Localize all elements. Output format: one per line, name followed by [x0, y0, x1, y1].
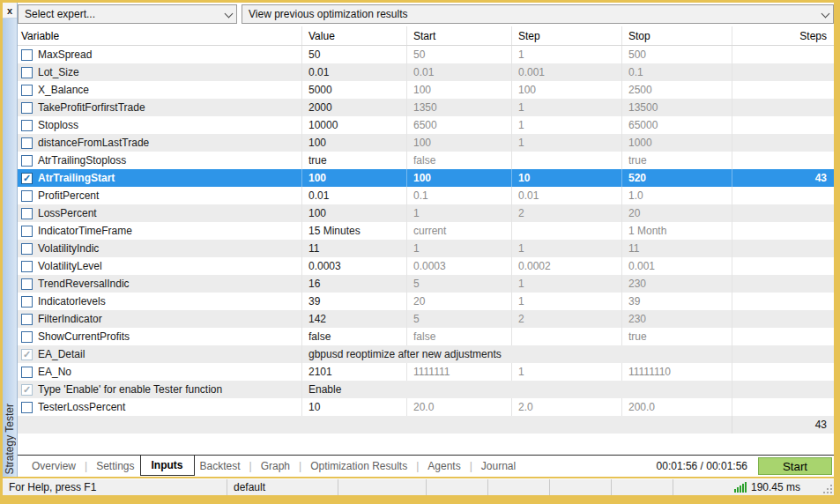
step-cell[interactable]: 1 — [511, 363, 621, 381]
tab-overview[interactable]: Overview — [26, 460, 81, 472]
stop-cell[interactable]: 230 — [621, 310, 732, 328]
start-cell[interactable]: 100 — [406, 81, 511, 99]
row-checkbox[interactable] — [21, 278, 33, 290]
start-cell[interactable]: 100 — [406, 169, 511, 187]
row-checkbox[interactable]: ✓ — [21, 349, 33, 360]
row-checkbox[interactable] — [21, 367, 33, 378]
value-cell[interactable]: false — [301, 328, 406, 345]
start-button[interactable]: Start — [758, 457, 832, 475]
step-cell[interactable]: 2 — [511, 204, 621, 222]
row-checkbox[interactable] — [21, 331, 33, 343]
stop-cell[interactable]: 11111110 — [621, 363, 732, 381]
start-cell[interactable]: 1111111 — [406, 363, 511, 381]
row-checkbox[interactable] — [21, 137, 33, 149]
start-cell[interactable]: 6500 — [406, 116, 511, 134]
stop-cell[interactable]: 1 Month — [621, 222, 732, 240]
stop-cell[interactable]: 1.0 — [621, 187, 732, 204]
step-cell[interactable]: 0.001 — [511, 63, 621, 81]
start-cell[interactable]: 1 — [406, 204, 511, 222]
stop-cell[interactable]: 2500 — [621, 81, 732, 99]
column-header-stop[interactable]: Stop — [621, 26, 732, 45]
row-checkbox[interactable] — [21, 208, 33, 219]
step-cell[interactable] — [511, 328, 621, 345]
table-row[interactable]: EA_No21011111111111111110 — [18, 363, 834, 381]
row-checkbox[interactable]: ✓ — [21, 384, 33, 396]
step-cell[interactable]: 0.01 — [511, 187, 621, 204]
panel-sidebar[interactable]: x Strategy Tester — [3, 3, 18, 477]
row-checkbox[interactable] — [21, 102, 33, 114]
value-cell[interactable]: true — [301, 152, 406, 169]
value-cell[interactable]: 15 Minutes — [301, 222, 406, 240]
step-cell[interactable]: 10 — [511, 169, 621, 187]
resize-grip[interactable] — [823, 485, 832, 493]
step-cell[interactable]: 1 — [511, 293, 621, 310]
table-row[interactable]: TesterLossPercent1020.02.0200.0 — [18, 398, 834, 416]
table-row[interactable]: ✓Type 'Enable' for enable Tester functio… — [18, 381, 834, 398]
row-checkbox[interactable] — [21, 85, 33, 96]
table-row[interactable]: IndicatorTimeFrame15 Minutescurrent1 Mon… — [18, 222, 834, 240]
step-cell[interactable]: 1 — [511, 99, 621, 116]
start-cell[interactable]: 50 — [406, 46, 511, 63]
value-cell[interactable]: 0.01 — [301, 187, 406, 204]
value-cell[interactable]: Enable — [301, 381, 732, 398]
value-cell[interactable]: 0.01 — [301, 63, 406, 81]
table-row[interactable]: ShowCurrentProfitsfalsefalsetrue — [18, 328, 834, 345]
table-row[interactable]: Stoploss100006500165000 — [18, 116, 834, 134]
stop-cell[interactable]: 230 — [621, 275, 732, 293]
value-cell[interactable]: 50 — [301, 46, 406, 63]
table-row[interactable]: ✓AtrTrailingStart1001001052043 — [18, 169, 834, 187]
step-cell[interactable]: 1 — [511, 275, 621, 293]
value-cell[interactable]: 142 — [301, 310, 406, 328]
stop-cell[interactable]: 500 — [621, 46, 732, 63]
row-checkbox[interactable] — [21, 314, 33, 325]
column-header-value[interactable]: Value — [301, 26, 406, 45]
start-cell[interactable]: 0.1 — [406, 187, 511, 204]
row-checkbox[interactable] — [21, 296, 33, 308]
chevron-down-icon[interactable] — [225, 11, 233, 19]
row-checkbox[interactable] — [21, 49, 33, 61]
table-row[interactable]: VolatilityIndic111111 — [18, 240, 834, 257]
stop-cell[interactable]: 0.001 — [621, 257, 732, 275]
value-cell[interactable]: 16 — [301, 275, 406, 293]
row-checkbox[interactable] — [21, 261, 33, 272]
optimization-results-select[interactable]: View previous optimization results — [242, 4, 834, 24]
start-cell[interactable]: 0.01 — [406, 63, 511, 81]
row-checkbox[interactable] — [21, 120, 33, 131]
stop-cell[interactable]: true — [621, 328, 732, 345]
stop-cell[interactable]: 11 — [621, 240, 732, 257]
step-cell[interactable] — [511, 152, 621, 169]
stop-cell[interactable]: 65000 — [621, 116, 732, 134]
column-header-steps[interactable]: Steps — [732, 26, 834, 45]
tab-inputs[interactable]: Inputs — [140, 456, 195, 476]
row-checkbox[interactable] — [21, 226, 33, 237]
table-row[interactable]: AtrTrailingStoplosstruefalsetrue — [18, 152, 834, 169]
start-cell[interactable]: 20 — [406, 293, 511, 310]
value-cell[interactable]: 39 — [301, 293, 406, 310]
step-cell[interactable]: 1 — [511, 116, 621, 134]
row-checkbox[interactable] — [21, 190, 33, 202]
step-cell[interactable]: 100 — [511, 81, 621, 99]
row-checkbox[interactable] — [21, 155, 33, 167]
table-row[interactable]: Lot_Size0.010.010.0010.1 — [18, 63, 834, 81]
value-cell[interactable]: 100 — [301, 204, 406, 222]
value-cell[interactable]: 2101 — [301, 363, 406, 381]
row-checkbox[interactable] — [21, 243, 33, 255]
tab-agents[interactable]: Agents — [422, 460, 465, 472]
tab-backtest[interactable]: Backtest — [195, 460, 246, 472]
value-cell[interactable]: gbpusd reoptimize after new adjustments — [301, 345, 732, 363]
stop-cell[interactable]: 13500 — [621, 99, 732, 116]
table-row[interactable]: LossPercent1001220 — [18, 204, 834, 222]
close-icon[interactable]: x — [3, 3, 17, 19]
step-cell[interactable]: 2.0 — [511, 398, 621, 416]
table-row[interactable]: FilterIndicator14252230 — [18, 310, 834, 328]
table-row[interactable]: Indicatorlevels3920139 — [18, 293, 834, 310]
start-cell[interactable]: 5 — [406, 310, 511, 328]
step-cell[interactable]: 1 — [511, 46, 621, 63]
column-header-step[interactable]: Step — [511, 26, 621, 45]
table-row[interactable]: TrendReversalIndic1651230 — [18, 275, 834, 293]
start-cell[interactable]: 1 — [406, 240, 511, 257]
tab-optimization-results[interactable]: Optimization Results — [305, 460, 413, 472]
row-checkbox[interactable] — [21, 67, 33, 78]
stop-cell[interactable]: 20 — [621, 204, 732, 222]
start-cell[interactable]: false — [406, 152, 511, 169]
